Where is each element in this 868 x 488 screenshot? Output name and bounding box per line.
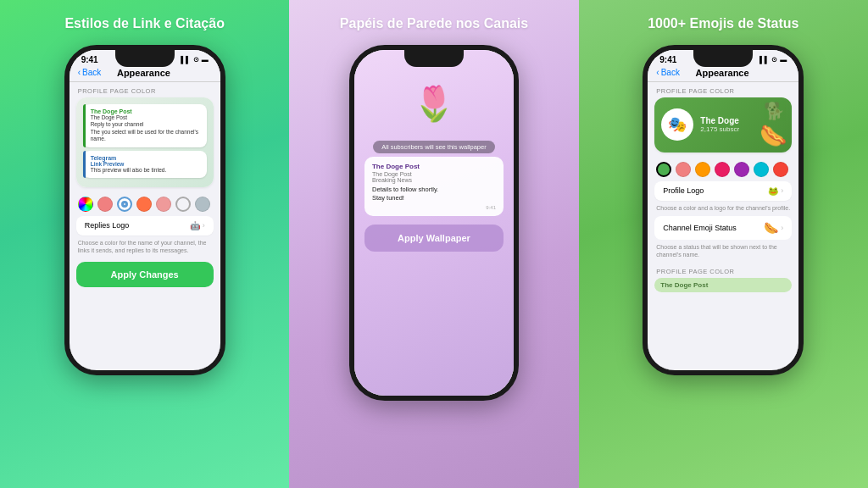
channel-chat-bubble: The Doge Post The Doge PostBreaking News… — [364, 157, 504, 216]
channel-subtitle: The Doge PostBreaking News — [372, 171, 496, 183]
doge-watermark: 🐕 — [764, 101, 785, 121]
wallpaper-background: 🌷 All subscribers will see this wallpape… — [354, 50, 514, 396]
swatch-purple-r[interactable] — [734, 162, 749, 177]
right-panel: 1000+ Emojis de Status 9:41 ▌▌ ⊙ ▬ ‹ Bac… — [579, 0, 868, 488]
section-label-right: PROFILE PAGE COLOR — [648, 82, 798, 97]
center-panel: Papéis de Parede nos Canais 🌷 All subscr… — [289, 0, 578, 488]
center-phone-screen: 🌷 All subscribers will see this wallpape… — [354, 50, 514, 396]
chat-bubbles-container: The Doge Post The Doge Post Reply to you… — [76, 97, 214, 187]
swatch-green-selected[interactable] — [656, 162, 671, 177]
profile-logo-icon: 🐸 — [768, 186, 778, 196]
status-time-right: 9:41 — [659, 55, 676, 64]
bottom-profile-card: The Doge Post — [654, 278, 792, 292]
center-panel-title: Papéis de Parede nos Canais — [340, 15, 528, 33]
color-swatches-right[interactable] — [648, 158, 798, 181]
right-phone-screen: 9:41 ▌▌ ⊙ ▬ ‹ Back Appearance PROFILE PA… — [648, 50, 798, 370]
left-phone-screen: 9:41 ▌▌ ⊙ ▬ ‹ Back Appearance PROFILE PA… — [70, 50, 220, 370]
swatch-orange-r[interactable] — [695, 162, 710, 177]
channel-emoji-row[interactable]: Channel Emoji Status 🌭 › — [654, 216, 792, 240]
swatch-gray-outline[interactable] — [175, 197, 191, 212]
channel-message: Details to follow shortly.Stay tuned! — [372, 186, 496, 203]
profile-header: 🎭 The Doge 2,175 subscr 🌭 🐕 — [654, 97, 792, 152]
phone-notch-right — [693, 50, 753, 67]
swatch-deepred-r[interactable] — [773, 162, 788, 177]
profile-subscribers: 2,175 subscr — [700, 125, 739, 133]
back-arrow-icon-left: ‹ — [78, 68, 81, 77]
channel-emoji-desc: Choose a status that will be shown next … — [648, 241, 798, 263]
swatch-orange[interactable] — [136, 197, 152, 212]
phone-notch-center — [404, 50, 464, 67]
bubble-1-name: The Doge Post — [91, 108, 201, 114]
right-phone: 9:41 ▌▌ ⊙ ▬ ‹ Back Appearance PROFILE PA… — [643, 45, 804, 375]
right-panel-title: 1000+ Emojis de Status — [648, 15, 798, 33]
status-icons-left: ▌▌ ⊙ ▬ — [181, 56, 208, 64]
wifi-icon: ⊙ — [193, 56, 199, 64]
swatch-pink-r[interactable] — [676, 162, 691, 177]
profile-card-left: The Doge Post The Doge Post Reply to you… — [76, 97, 214, 187]
nav-title-left: Appearance — [101, 68, 186, 78]
swatch-blue-ring[interactable] — [117, 197, 132, 212]
profile-logo-chevron: › — [781, 186, 783, 195]
profile-info: The Doge 2,175 subscr — [700, 116, 739, 133]
battery-icon: ▬ — [202, 56, 209, 64]
back-button-left[interactable]: ‹ Back — [78, 68, 102, 77]
bubble-2-name: Telegram — [91, 155, 201, 161]
replies-logo-row[interactable]: Replies Logo 🤖 › — [76, 216, 214, 236]
left-phone: 9:41 ▌▌ ⊙ ▬ ‹ Back Appearance PROFILE PA… — [64, 45, 225, 375]
swatch-gray[interactable] — [195, 197, 210, 212]
channel-time: 9:41 — [372, 205, 496, 210]
channel-emoji-chevron: › — [781, 224, 783, 232]
left-panel-title: Estilos de Link e Citação — [64, 15, 225, 33]
battery-icon-right: ▬ — [780, 56, 787, 64]
signal-icon: ▌▌ — [181, 56, 190, 64]
swatch-cyan-r[interactable] — [754, 162, 769, 177]
chat-bubble-2: Telegram Link Preview This preview will … — [83, 151, 207, 178]
channel-name: The Doge Post — [372, 163, 496, 170]
status-icons-right: ▌▌ ⊙ ▬ — [760, 56, 787, 64]
signal-icon-right: ▌▌ — [760, 56, 769, 64]
apply-changes-button[interactable]: Apply Changes — [76, 262, 214, 287]
replies-logo-icon: 🤖 — [190, 221, 200, 230]
hotdog-emoji: 🌭 — [760, 123, 787, 149]
wifi-icon-right: ⊙ — [771, 56, 777, 64]
back-arrow-icon-right: ‹ — [656, 68, 659, 77]
replies-logo-desc: Choose a color for the name of your chan… — [70, 236, 220, 258]
bottom-profile-name: The Doge Post — [660, 281, 786, 289]
channel-emoji-title: Channel Emoji Status — [663, 224, 737, 232]
replies-chevron-icon: › — [203, 221, 205, 230]
profile-card-right: 🎭 The Doge 2,175 subscr 🌭 🐕 — [654, 97, 792, 152]
nav-title-right: Appearance — [680, 68, 765, 78]
profile-logo-row[interactable]: Profile Logo 🐸 › — [654, 181, 792, 201]
apply-wallpaper-button[interactable]: Apply Wallpaper — [364, 225, 504, 252]
replies-logo-right: 🤖 › — [190, 221, 205, 230]
profile-logo-title: Profile Logo — [663, 186, 704, 195]
swatch-red-light[interactable] — [156, 197, 171, 212]
channel-emoji-icon: 🌭 — [764, 221, 778, 235]
right-phone-content: PROFILE PAGE COLOR 🎭 The Doge 2,175 subs… — [648, 82, 798, 370]
profile-name: The Doge — [700, 116, 739, 125]
bubble-1-text: The Doge Post — [91, 114, 201, 121]
phone-notch-left — [115, 50, 175, 67]
section-label-left: PROFILE PAGE COLOR — [70, 82, 220, 97]
swatch-red-r[interactable] — [715, 162, 730, 177]
swatch-pink[interactable] — [97, 197, 113, 212]
section-label-bottom-right: PROFILE PAGE COLOR — [648, 263, 798, 278]
center-phone: 🌷 All subscribers will see this wallpape… — [349, 45, 519, 401]
chat-bubble-1: The Doge Post The Doge Post Reply to you… — [83, 104, 207, 147]
replies-logo-left: Replies Logo — [85, 221, 130, 230]
color-swatches-left[interactable] — [70, 192, 220, 216]
back-button-right[interactable]: ‹ Back — [656, 68, 680, 77]
nav-bar-right: ‹ Back Appearance — [648, 66, 798, 82]
swatch-rainbow[interactable] — [78, 197, 93, 212]
replies-logo-title: Replies Logo — [85, 221, 130, 230]
nav-bar-left: ‹ Back Appearance — [70, 66, 220, 82]
profile-avatar: 🎭 — [661, 108, 693, 141]
left-phone-content: PROFILE PAGE COLOR The Doge Post The Dog… — [70, 82, 220, 370]
wallpaper-hint: All subscribers will see this wallpaper — [373, 141, 494, 153]
left-panel: Estilos de Link e Citação 9:41 ▌▌ ⊙ ▬ ‹ … — [0, 0, 289, 488]
tulip-emoji: 🌷 — [413, 84, 455, 124]
profile-logo-desc: Choose a color and a logo for the channe… — [648, 202, 798, 216]
status-time-left: 9:41 — [81, 55, 98, 64]
